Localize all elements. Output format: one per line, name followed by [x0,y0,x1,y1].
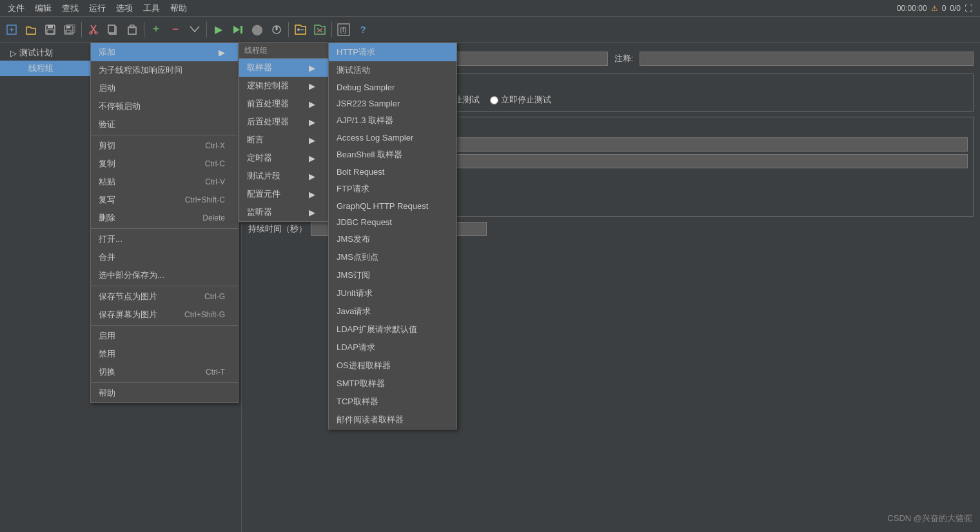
svg-rect-21 [276,26,278,30]
ctx-merge[interactable]: 合并 [91,248,238,266]
expand-button[interactable]: + [147,21,165,39]
sampler-ajp[interactable]: AJP/1.3 取样器 [329,112,456,130]
warning-count: 0 [942,4,946,13]
menu-options[interactable]: 选项 [111,1,138,15]
submenu-logic-controller[interactable]: 逻辑控制器 ▶ [239,77,328,95]
menubar: 文件 编辑 查找 运行 选项 工具 帮助 00:00:00 ⚠ 0 0/0 ⛶ [0,0,980,17]
ctx-add[interactable]: 添加 ▶ [91,43,238,61]
ctx-toggle[interactable]: 切换 Ctrl-T [91,363,238,381]
menu-help[interactable]: 帮助 [165,1,192,15]
sampler-test-action[interactable]: 测试活动 [329,61,456,79]
ctx-help[interactable]: 帮助 [91,384,238,402]
menu-tools[interactable]: 工具 [138,1,165,15]
svg-rect-4 [48,25,53,28]
stop-button[interactable]: ⬤ [248,21,266,39]
action-stop-now[interactable]: 立即停止测试 [490,94,551,106]
shutdown-button[interactable] [268,21,286,39]
sampler-debug[interactable]: Debug Sampler [329,79,456,95]
menu-run[interactable]: 运行 [84,1,111,15]
sampler-jdbc[interactable]: JDBC Request [329,214,456,230]
ctx-save-as-image[interactable]: 保存节点为图片 Ctrl-G [91,288,238,306]
ctx-sep-4 [91,325,238,326]
sampler-mail-reader[interactable]: 邮件阅读者取样器 [329,411,456,429]
test-plan-icon: ▷ [10,48,17,58]
copy-button[interactable] [104,21,122,39]
ctx-save-screen[interactable]: 保存屏幕为图片 Ctrl+Shift-G [91,306,238,324]
submenu-add: 线程组 取样器 ▶ 逻辑控制器 ▶ 前置处理器 ▶ 后置处理器 ▶ 断言 ▶ 定… [239,43,329,222]
sampler-smtp[interactable]: SMTP取样器 [329,375,456,393]
sampler-os-process[interactable]: OS进程取样器 [329,357,456,375]
svg-point-22 [297,28,300,31]
svg-text:{f}: {f} [340,26,347,34]
toolbar-sep-3 [206,22,207,37]
sampler-bolt[interactable]: Bolt Request [329,164,456,180]
sampler-access-log[interactable]: Access Log Sampler [329,130,456,146]
submenu-l1-header: 线程组 [239,43,328,59]
cut-button[interactable] [84,21,103,39]
run-button[interactable]: ▶ [210,21,228,39]
ctx-copy[interactable]: 复制 Ctrl-C [91,155,238,173]
sampler-junit[interactable]: JUnit请求 [329,284,456,302]
menu-find[interactable]: 查找 [57,1,84,15]
submenu-post-processor[interactable]: 后置处理器 ▶ [239,113,328,131]
ctx-save-as[interactable]: 选中部分保存为... [91,266,238,284]
ctx-delete[interactable]: 删除 Delete [91,209,238,227]
toggle-button[interactable] [186,21,204,39]
sampler-jms-sub[interactable]: JMS订阅 [329,266,456,284]
paste-button[interactable] [123,21,141,39]
warning-icon: ⚠ [931,4,938,13]
ctx-add-response-time[interactable]: 为子线程添加响应时间 [91,61,238,79]
ctx-enable[interactable]: 启用 [91,327,238,345]
toolbar: + − ▶ ⬤ {f} ? [0,17,980,43]
svg-rect-15 [108,25,115,33]
run-no-pause-button[interactable] [229,21,247,39]
submenu-test-fragment[interactable]: 测试片段 ▶ [239,167,328,185]
submenu-sampler-list: HTTP请求 测试活动 Debug Sampler JSR223 Sampler… [328,43,457,429]
sampler-jsr223[interactable]: JSR223 Sampler [329,95,456,112]
submenu-sampler[interactable]: 取样器 ▶ [239,59,328,77]
ctx-disable[interactable]: 禁用 [91,345,238,363]
context-menu: 添加 ▶ 为子线程添加响应时间 启动 不停顿启动 验证 剪切 Ctrl-X 复制… [90,43,239,403]
ctx-sep-5 [91,382,238,383]
ctx-paste[interactable]: 粘贴 Ctrl-V [91,173,238,191]
collapse-button[interactable]: − [166,21,184,39]
open-button[interactable] [22,21,40,39]
sampler-ldap-ext[interactable]: LDAP扩展请求默认值 [329,320,456,339]
sampler-http[interactable]: HTTP请求 [329,43,456,61]
ctx-open[interactable]: 打开... [91,230,238,248]
ctx-start-no-pause[interactable]: 不停顿启动 [91,97,238,115]
menu-edit[interactable]: 编辑 [30,1,57,15]
new-button[interactable] [3,21,21,39]
submenu-pre-processor[interactable]: 前置处理器 ▶ [239,95,328,113]
submenu-config-element[interactable]: 配置元件 ▶ [239,185,328,203]
timer-display: 00:00:00 [897,4,927,13]
comment-input[interactable] [640,52,974,66]
submenu-assertion[interactable]: 断言 ▶ [239,131,328,149]
error-count: 0/0 [950,4,961,13]
svg-rect-16 [128,27,136,34]
function-helper-button[interactable]: {f} [335,21,353,39]
sampler-beanshell[interactable]: BeanShell 取样器 [329,146,456,164]
save-button[interactable] [41,21,59,39]
sampler-jms-p2p[interactable]: JMS点到点 [329,248,456,266]
submenu-timer[interactable]: 定时器 ▶ [239,149,328,167]
ctx-cut[interactable]: 剪切 Ctrl-X [91,137,238,155]
svg-rect-17 [130,25,134,28]
comment-label: 注释: [614,53,634,64]
ctx-duplicate[interactable]: 复写 Ctrl+Shift-C [91,191,238,209]
sampler-java[interactable]: Java请求 [329,302,456,320]
help-button[interactable]: ? [354,21,372,39]
submenu-listener[interactable]: 监听器 ▶ [239,203,328,221]
sampler-ftp[interactable]: FTP请求 [329,180,456,198]
toolbar-sep-5 [331,22,332,37]
sampler-jms-pub[interactable]: JMS发布 [329,230,456,248]
menu-file[interactable]: 文件 [3,1,30,15]
save-all-button[interactable] [61,21,79,39]
sampler-tcp[interactable]: TCP取样器 [329,393,456,411]
ctx-validate[interactable]: 验证 [91,115,238,133]
browse-button[interactable] [291,21,309,39]
ctx-start[interactable]: 启动 [91,79,238,97]
clear-button[interactable] [311,21,329,39]
sampler-ldap[interactable]: LDAP请求 [329,339,456,357]
sampler-graphql[interactable]: GraphQL HTTP Request [329,198,456,214]
